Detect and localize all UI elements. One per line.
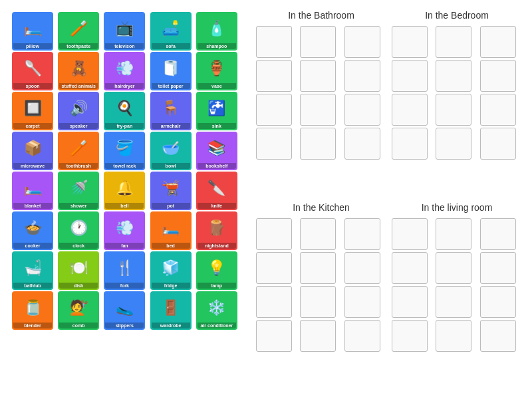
item-sink[interactable]: 🚰sink bbox=[196, 92, 237, 130]
item-fork[interactable]: 🍴fork bbox=[104, 251, 145, 290]
item-label-speaker: speaker bbox=[59, 123, 98, 129]
drop-cell-3-3[interactable] bbox=[392, 252, 428, 284]
item-nightstand[interactable]: 🪵nightstand bbox=[196, 211, 237, 250]
item-slippers[interactable]: 🥿slippers bbox=[104, 291, 145, 330]
item-pillow[interactable]: 🛏️pillow bbox=[12, 12, 53, 51]
item-blender[interactable]: 🫙blender bbox=[12, 291, 53, 330]
drop-cell-1-8[interactable] bbox=[480, 94, 516, 126]
item-fry-pan[interactable]: 🍳fry-pan bbox=[104, 92, 145, 130]
drop-cell-0-8[interactable] bbox=[344, 94, 380, 126]
item-fridge[interactable]: 🧊fridge bbox=[150, 251, 192, 290]
drop-cell-1-10[interactable] bbox=[436, 128, 471, 160]
item-microwave[interactable]: 📦microwave bbox=[12, 132, 53, 170]
drop-cell-2-0[interactable] bbox=[256, 218, 292, 250]
item-bowl[interactable]: 🥣bowl bbox=[150, 132, 192, 170]
category-title-2: In the Kitchen bbox=[256, 202, 386, 213]
item-icon-blender: 🫙 bbox=[13, 293, 52, 323]
drop-cell-3-5[interactable] bbox=[480, 252, 516, 284]
item-spoon[interactable]: 🥄spoon bbox=[12, 52, 53, 90]
drop-cell-3-10[interactable] bbox=[436, 320, 471, 352]
item-lamp[interactable]: 💡lamp bbox=[196, 251, 237, 290]
item-bathtub[interactable]: 🛁bathtub bbox=[12, 251, 53, 290]
item-stuffed-animals[interactable]: 🧸stuffed animals bbox=[58, 52, 99, 90]
drop-cell-2-1[interactable] bbox=[300, 218, 336, 250]
item-label-shower: shower bbox=[59, 203, 98, 209]
drop-cell-2-6[interactable] bbox=[256, 286, 292, 318]
drop-cell-2-10[interactable] bbox=[300, 320, 336, 352]
drop-cell-1-2[interactable] bbox=[480, 26, 516, 58]
drop-cell-2-4[interactable] bbox=[300, 252, 336, 284]
drop-cell-2-5[interactable] bbox=[344, 252, 380, 284]
drop-cell-3-2[interactable] bbox=[480, 218, 516, 250]
drop-cell-1-4[interactable] bbox=[436, 60, 471, 92]
drop-cell-2-9[interactable] bbox=[256, 320, 292, 352]
item-toothbrush[interactable]: 🪥toothbrush bbox=[58, 132, 99, 170]
drop-cell-2-7[interactable] bbox=[300, 286, 336, 318]
item-knife[interactable]: 🔪knife bbox=[196, 172, 237, 210]
drop-cell-2-11[interactable] bbox=[344, 320, 380, 352]
item-televison[interactable]: 📺televison bbox=[104, 12, 145, 51]
item-icon-fridge: 🧊 bbox=[152, 253, 190, 283]
item-icon-bathtub: 🛁 bbox=[13, 253, 52, 283]
drop-cell-0-2[interactable] bbox=[344, 26, 380, 58]
drop-cell-0-3[interactable] bbox=[256, 60, 292, 92]
drop-cell-0-1[interactable] bbox=[300, 26, 336, 58]
category-0: In the Bathroom bbox=[256, 10, 386, 197]
drop-cell-1-9[interactable] bbox=[392, 128, 428, 160]
drop-cell-0-7[interactable] bbox=[300, 94, 336, 126]
item-icon-televison: 📺 bbox=[105, 13, 144, 43]
item-vase[interactable]: 🏺vase bbox=[196, 52, 237, 90]
item-icon-wardrobe: 🚪 bbox=[152, 293, 190, 323]
drop-cell-0-10[interactable] bbox=[300, 128, 336, 160]
drop-cell-1-5[interactable] bbox=[480, 60, 516, 92]
item-fan[interactable]: 💨fan bbox=[104, 211, 145, 250]
drop-cell-1-6[interactable] bbox=[392, 94, 428, 126]
item-comb[interactable]: 💇comb bbox=[58, 291, 99, 330]
item-air-conditioner[interactable]: ❄️air conditioner bbox=[196, 291, 237, 330]
drop-cell-0-4[interactable] bbox=[300, 60, 336, 92]
drop-cell-0-6[interactable] bbox=[256, 94, 292, 126]
drop-cell-3-8[interactable] bbox=[480, 286, 516, 318]
drop-cell-0-0[interactable] bbox=[256, 26, 292, 58]
drop-cell-1-7[interactable] bbox=[436, 94, 471, 126]
item-cooker[interactable]: 🍲cooker bbox=[12, 211, 53, 250]
item-label-fridge: fridge bbox=[152, 283, 190, 289]
drop-cell-2-2[interactable] bbox=[344, 218, 380, 250]
item-bookshelf[interactable]: 📚bookshelf bbox=[196, 132, 237, 170]
item-icon-bookshelf: 📚 bbox=[198, 133, 236, 163]
item-blanket[interactable]: 🛏️blanket bbox=[12, 172, 53, 210]
drop-cell-0-11[interactable] bbox=[344, 128, 380, 160]
drop-cell-2-3[interactable] bbox=[256, 252, 292, 284]
item-label-stuffed-animals: stuffed animals bbox=[59, 83, 98, 89]
item-speaker[interactable]: 🔊speaker bbox=[58, 92, 99, 130]
item-bed[interactable]: 🛏️bed bbox=[150, 211, 192, 250]
drop-cell-3-9[interactable] bbox=[392, 320, 428, 352]
drop-cell-3-7[interactable] bbox=[436, 286, 471, 318]
drop-cell-3-0[interactable] bbox=[392, 218, 428, 250]
drop-cell-1-11[interactable] bbox=[480, 128, 516, 160]
drop-cell-1-0[interactable] bbox=[392, 26, 428, 58]
drop-cell-0-5[interactable] bbox=[344, 60, 380, 92]
item-carpet[interactable]: 🔲carpet bbox=[12, 92, 53, 130]
item-hairdryer[interactable]: 💨hairdryer bbox=[104, 52, 145, 90]
item-toothpaste[interactable]: 🪥toothpaste bbox=[58, 12, 99, 51]
item-shampoo[interactable]: 🧴shampoo bbox=[196, 12, 237, 51]
drop-cell-3-11[interactable] bbox=[480, 320, 516, 352]
item-pot[interactable]: 🫕pot bbox=[150, 172, 192, 210]
drop-cell-1-1[interactable] bbox=[436, 26, 471, 58]
item-shower[interactable]: 🚿shower bbox=[58, 172, 99, 210]
drop-cell-3-1[interactable] bbox=[436, 218, 471, 250]
item-clock[interactable]: 🕐clock bbox=[58, 211, 99, 250]
item-towel-rack[interactable]: 🪣towel rack bbox=[104, 132, 145, 170]
item-dish[interactable]: 🍽️dish bbox=[58, 251, 99, 290]
drop-cell-3-6[interactable] bbox=[392, 286, 428, 318]
item-sofa[interactable]: 🛋️sofa bbox=[150, 12, 192, 51]
item-bell[interactable]: 🔔bell bbox=[104, 172, 145, 210]
drop-cell-2-8[interactable] bbox=[344, 286, 380, 318]
item-toilet-paper[interactable]: 🧻toilet paper bbox=[150, 52, 192, 90]
item-wardrobe[interactable]: 🚪wardrobe bbox=[150, 291, 192, 330]
drop-cell-3-4[interactable] bbox=[436, 252, 471, 284]
item-armchair[interactable]: 🪑armchair bbox=[150, 92, 192, 130]
drop-cell-1-3[interactable] bbox=[392, 60, 428, 92]
drop-cell-0-9[interactable] bbox=[256, 128, 292, 160]
